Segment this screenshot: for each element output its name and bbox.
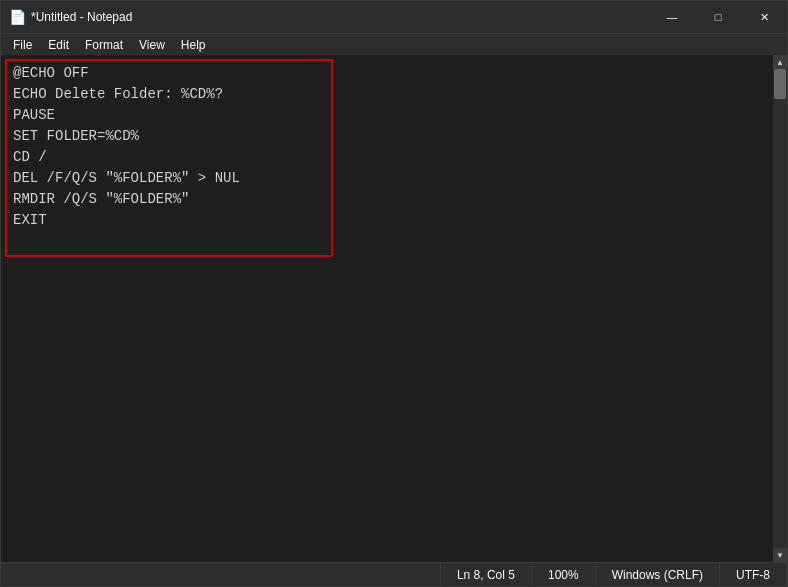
window-controls: — □ ✕ — [649, 1, 787, 33]
scroll-down-arrow[interactable]: ▼ — [773, 548, 787, 562]
menu-format[interactable]: Format — [77, 36, 131, 54]
minimize-button[interactable]: — — [649, 1, 695, 33]
menu-view[interactable]: View — [131, 36, 173, 54]
menu-bar: File Edit Format View Help — [1, 33, 787, 55]
notepad-window: 📄 *Untitled - Notepad — □ ✕ File Edit Fo… — [0, 0, 788, 587]
scroll-up-arrow[interactable]: ▲ — [773, 55, 787, 69]
line-ending: Windows (CRLF) — [596, 563, 720, 586]
scroll-thumb[interactable] — [774, 69, 786, 99]
editor-content: @ECHO OFF ECHO Delete Folder: %CD%? PAUS… — [5, 59, 769, 235]
scroll-track[interactable] — [773, 69, 787, 548]
title-bar-left: 📄 *Untitled - Notepad — [9, 9, 132, 25]
close-button[interactable]: ✕ — [741, 1, 787, 33]
text-editor[interactable]: @ECHO OFF ECHO Delete Folder: %CD%? PAUS… — [1, 55, 773, 562]
menu-file[interactable]: File — [5, 36, 40, 54]
window-title: *Untitled - Notepad — [31, 10, 132, 24]
content-area: @ECHO OFF ECHO Delete Folder: %CD%? PAUS… — [1, 55, 787, 562]
menu-help[interactable]: Help — [173, 36, 214, 54]
maximize-button[interactable]: □ — [695, 1, 741, 33]
encoding: UTF-8 — [720, 563, 787, 586]
title-bar: 📄 *Untitled - Notepad — □ ✕ — [1, 1, 787, 33]
cursor-position: Ln 8, Col 5 — [441, 563, 532, 586]
menu-edit[interactable]: Edit — [40, 36, 77, 54]
notepad-icon: 📄 — [9, 9, 25, 25]
status-bar: Ln 8, Col 5 100% Windows (CRLF) UTF-8 — [1, 562, 787, 586]
vertical-scrollbar[interactable]: ▲ ▼ — [773, 55, 787, 562]
status-spacer — [1, 563, 441, 586]
zoom-level: 100% — [532, 563, 596, 586]
